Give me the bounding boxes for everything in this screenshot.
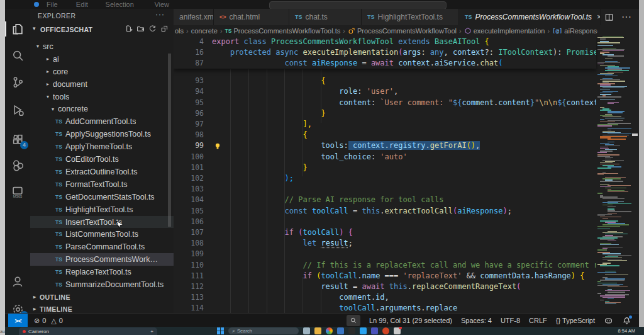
code-line-101[interactable]: 101 } — [174, 162, 596, 173]
status-encoding[interactable]: UTF-8 — [501, 317, 520, 324]
taskbar-app-vscode-icon[interactable] — [360, 327, 367, 334]
taskbar-app-browser-icon[interactable] — [382, 327, 389, 334]
code-line-100[interactable]: 100 tool_choice: 'auto' — [174, 151, 596, 162]
status-eol[interactable]: CRLF — [529, 317, 547, 324]
explorer-scrollbar[interactable] — [168, 54, 171, 227]
taskbar-app-teams-icon[interactable] — [371, 327, 378, 334]
code-line-93[interactable]: 93 { — [174, 76, 596, 86]
taskbar-app-window-icon[interactable] — [303, 327, 310, 334]
breadcrumb-item-processcommentsworkflowtool-ts[interactable]: TSProcessCommentsWorkflowTool.ts — [225, 27, 341, 35]
status-language[interactable]: {} TypeScript — [556, 317, 595, 324]
tree-item-highlighttexttool-ts[interactable]: TSHighlightTextTool.ts — [30, 203, 174, 216]
tree-item-coeditortool-ts[interactable]: TSCoEditorTool.ts — [30, 153, 174, 166]
menu-item-file[interactable]: File — [47, 1, 58, 8]
code-line-96[interactable]: 96 } — [174, 108, 596, 118]
new-tab-button[interactable]: + — [150, 329, 153, 334]
zoom-indicator-icon[interactable] — [347, 315, 360, 326]
explorer-more-actions[interactable]: ··· — [155, 10, 165, 19]
tree-item-summarizedocumenttool-ts[interactable]: TSSummarizeDocumentTool.ts — [30, 278, 174, 291]
tab-highlighttexttool-ts[interactable]: TSHighlightTextTool.ts — [362, 9, 459, 25]
search-icon[interactable] — [9, 47, 26, 64]
run-debug-icon[interactable] — [9, 101, 26, 118]
tree-item-inserttexttool-ts[interactable]: TSInsertTextTool.ts — [30, 216, 174, 229]
tree-item-extractoutlinetool-ts[interactable]: TSExtractOutlineTool.ts — [30, 166, 174, 178]
tab-chat-ts[interactable]: TSchat.ts — [289, 9, 362, 25]
tree-item-core[interactable]: ▸core — [30, 65, 174, 78]
menu-item-selection[interactable]: Selection — [106, 1, 134, 8]
breadcrumb-item-ols[interactable]: ols — [175, 27, 184, 35]
tree-item-parsecommandtool-ts[interactable]: TSParseCommandTool.ts — [30, 241, 174, 253]
section-outline[interactable]: ▸OUTLINE — [30, 291, 174, 303]
taskbar-app-chrome-icon[interactable] — [326, 327, 333, 334]
tree-item-applysuggestionstool-ts[interactable]: TSApplySuggestionsTool.ts — [30, 128, 174, 140]
breadcrumb-item-concrete[interactable]: concrete — [191, 27, 218, 35]
section-timeline[interactable]: ▸TIMELINE — [30, 303, 174, 313]
code-line-114[interactable]: 114 toolCall.arguments.replace — [174, 303, 596, 313]
windows-start-icon[interactable] — [217, 327, 224, 334]
split-editor-icon[interactable] — [604, 13, 614, 22]
tree-item-concrete[interactable]: ▾concrete — [30, 103, 174, 116]
tab-chat-html[interactable]: <>chat.html — [214, 9, 289, 25]
taskbar-search[interactable]: ⌕Search — [228, 327, 299, 334]
collapse-all-icon[interactable] — [160, 25, 169, 33]
code-line-106[interactable]: 106 — [174, 216, 596, 227]
code-line-103[interactable]: 103 — [174, 184, 596, 195]
code-line-109[interactable]: 109 — [174, 249, 596, 259]
new-file-icon[interactable] — [125, 25, 133, 33]
tree-item-listcommentstool-ts[interactable]: TSListCommentsTool.ts — [30, 229, 174, 241]
code-line-108[interactable]: 108 let result; — [174, 238, 596, 249]
tree-item-processcommentsworkflowtool-ts[interactable]: TSProcessCommentsWorkflowTool.ts — [30, 253, 174, 266]
menu-item-edit[interactable]: Edit — [76, 1, 88, 8]
m365-icon[interactable]: M365 — [9, 183, 26, 201]
code-line-94[interactable]: 94 role: 'user', — [174, 86, 596, 97]
problems-indicator[interactable]: ⊘0 △0 — [34, 317, 63, 325]
tree-item-getdocumentstatstool-ts[interactable]: TSGetDocumentStatsTool.ts — [30, 191, 174, 203]
background-browser-tab[interactable]: Cameron + — [19, 327, 157, 335]
menu-item-view[interactable]: View — [154, 1, 169, 8]
code-line-107[interactable]: 107 if (toolCall) { — [174, 227, 596, 237]
code-line-87[interactable]: 87 const aiResponse = await context.aiSe… — [174, 57, 596, 68]
code-line-110[interactable]: 110 // If this is a replaceText call and… — [174, 259, 596, 270]
minimap[interactable] — [596, 36, 631, 313]
tree-item-replacetexttool-ts[interactable]: TSReplaceTextTool.ts — [30, 266, 174, 278]
command-center[interactable] — [269, 1, 447, 9]
extensions-icon[interactable]: 4 — [9, 130, 26, 148]
tree-item-applythemetool-ts[interactable]: TSApplyThemeTool.ts — [30, 140, 174, 153]
code-line-95[interactable]: 95 content: `User comment: "${comment.co… — [174, 97, 596, 108]
lightbulb-icon[interactable] — [213, 142, 222, 150]
breadcrumb[interactable]: ols›concrete›TSProcessCommentsWorkflowTo… — [174, 25, 597, 36]
taskbar-app-terminal-icon[interactable] — [348, 327, 355, 334]
breadcrumb-item-processcommentsworkflowtool[interactable]: ProcessCommentsWorkflowTool — [348, 27, 457, 35]
tree-item-formattexttool-ts[interactable]: TSFormatTextTool.ts — [30, 178, 174, 191]
tree-item-ai[interactable]: ▸ai — [30, 53, 174, 65]
source-control-icon[interactable] — [9, 73, 26, 91]
explorer-icon[interactable] — [9, 20, 26, 38]
workspace-row[interactable]: ▾ OFFICEJSCHAT — [30, 23, 174, 37]
code-line-4[interactable]: 4export class ProcessCommentsWorkflowToo… — [174, 36, 596, 47]
tree-item-addcommenttool-ts[interactable]: TSAddCommentTool.ts — [30, 115, 174, 128]
refresh-icon[interactable] — [148, 25, 157, 33]
code-line-99[interactable]: 99 tools: context.registry.getForAI(), — [174, 140, 596, 151]
status-indentation[interactable]: Spaces: 4 — [461, 317, 492, 324]
tree-item-document[interactable]: ▸document — [30, 78, 174, 91]
breadcrumb-item-executeimplementation[interactable]: executeImplementation — [464, 27, 545, 35]
code-line-97[interactable]: 97 ], — [174, 118, 596, 129]
code-line-102[interactable]: 102 ); — [174, 173, 596, 183]
code-line-105[interactable]: 105 const toolCall = this.extractToolCal… — [174, 205, 596, 216]
taskbar-app-folder-icon[interactable] — [314, 327, 321, 334]
tree-item-src[interactable]: ▾src — [30, 40, 174, 53]
tab-anifest-xml[interactable]: anifest.xml — [174, 9, 214, 25]
code-line-16[interactable]: 16 protected async executeImplementation… — [174, 47, 596, 57]
new-folder-icon[interactable] — [136, 25, 145, 33]
code-editor[interactable]: 93 {94 role: 'user',95 content: `User co… — [174, 69, 596, 313]
status-cursor-position[interactable]: Ln 99, Col 31 (29 selected) — [369, 317, 452, 324]
more-actions-icon[interactable]: ··· — [621, 11, 631, 23]
code-line-98[interactable]: 98 { — [174, 130, 596, 140]
overview-ruler[interactable] — [631, 25, 639, 313]
code-line-111[interactable]: 111 if (toolCall.name === 'replaceText' … — [174, 270, 596, 281]
copilot-icon[interactable] — [604, 316, 613, 326]
taskbar-app-people-icon[interactable] — [394, 327, 401, 334]
tab-processcommentsworkflowtool-ts[interactable]: TSProcessCommentsWorkflowTool.ts× — [459, 9, 601, 25]
breadcrumb-item-airesponse[interactable]: [@]aiResponse — [552, 27, 597, 35]
circles-extension-icon[interactable] — [9, 156, 26, 174]
